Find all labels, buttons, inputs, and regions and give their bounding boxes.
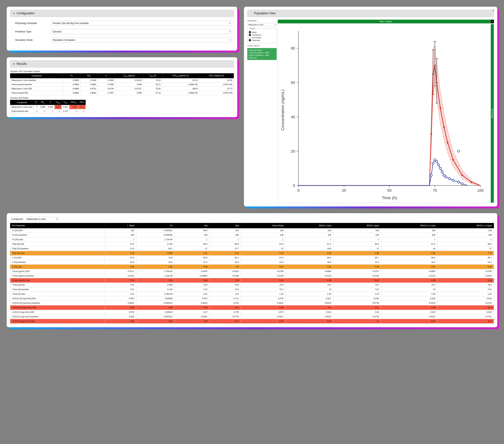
- svg-point-53: [452, 179, 454, 181]
- table-header[interactable]: Geom Mean: [241, 223, 286, 228]
- table-header[interactable]: Max: [210, 223, 241, 228]
- table-row: FDp [%]-baseline31.958.12237.73126.83726…: [10, 247, 494, 251]
- pk-compound-select[interactable]: Midazolam in vitro ▲▼: [25, 217, 59, 221]
- calc-outputs-table: CompoundFaFDpFCMax (µg/mL)TMax (h)AUCinf…: [10, 73, 234, 95]
- svg-text:40: 40: [291, 115, 295, 119]
- table-header: FDp: [39, 100, 47, 105]
- table-header[interactable]: CV: [136, 223, 175, 228]
- svg-text:100: 100: [477, 188, 484, 193]
- table-header: AUCt ((ng/mL)·h): [199, 73, 234, 78]
- table-row: Fa [%]-DDI1000.00040199.9100100100100100…: [10, 228, 494, 233]
- svg-point-44: [432, 162, 434, 164]
- config-select[interactable]: Female 23yo 68.5kg Fed schedule ▲▼: [51, 21, 232, 26]
- table-row: Tmax [h]-DDI75.80.59874.976.875.875.376.…: [10, 283, 494, 287]
- table-header[interactable]: Mean: [105, 223, 136, 228]
- svg-text:75: 75: [433, 188, 437, 193]
- table-header: AUCt: [78, 100, 86, 105]
- results-calc-subtitle: Dynamic DDI Calculated Outputs: [10, 70, 234, 72]
- svg-text:Time (h): Time (h): [382, 195, 397, 200]
- table-header: TMax: [61, 100, 69, 105]
- table-header[interactable]: 90%CI Lower: [286, 223, 333, 228]
- pk-compound-label: Compound: [11, 218, 23, 220]
- plot-settings-tab[interactable]: Plot Settings: [491, 24, 494, 203]
- table-row: Midazolam in vitro-DDI 0.9998 0.9781 0.8…: [10, 87, 234, 91]
- table-row: Midazolam in vitro-ratio 1 3.068 4.391 5…: [10, 105, 86, 109]
- plots-graphs-tab[interactable]: Plots / Graphs +: [278, 20, 494, 23]
- svg-point-48: [439, 167, 442, 169]
- checkbox-label: Confidence: [252, 34, 261, 36]
- select-arrows-icon: ▲▼: [56, 218, 58, 220]
- table-row: F [%]-DDI87.53.2685.890.187.586.388.786.…: [10, 255, 494, 260]
- table-row: FDp [%]-DDI97.80.75296.598.597.897.298.4…: [10, 242, 494, 247]
- checkbox-label: Observed: [252, 39, 260, 41]
- svg-point-43: [430, 174, 432, 176]
- table-header: Compound: [10, 100, 34, 105]
- config-label: Simulation Mode: [15, 39, 49, 41]
- table-header: CMax: [54, 100, 62, 105]
- table-row: Cmax [ug/mL]-baseline0.01411.24e-050.009…: [10, 274, 494, 278]
- table-row: Midazolam in vitro-baseline 0.9999 0.318…: [10, 78, 234, 83]
- svg-point-47: [437, 164, 440, 166]
- config-row: Simulation Mode Population Simulation ▲▼: [15, 37, 232, 42]
- pk-parameters-panel: Compound Midazolam in vitro ▲▼ PK Parame…: [7, 213, 497, 327]
- table-header[interactable]: 90%CI Ln Lower: [381, 223, 437, 228]
- checkbox-row[interactable]: Mean: [249, 31, 275, 33]
- svg-text:0: 0: [298, 188, 300, 193]
- table-header: FDp: [80, 73, 98, 78]
- results-header[interactable]: ▼ Results: [10, 60, 234, 68]
- table-header[interactable]: Min: [175, 223, 210, 228]
- table-row: AUC(0-inf) [ug·h/mL]-ratio9.584.867.0613…: [10, 305, 494, 310]
- select-arrows-icon: ▲▼: [229, 22, 231, 24]
- svg-text:60: 60: [291, 80, 295, 85]
- svg-point-32: [462, 174, 463, 176]
- checkbox-icon[interactable]: [249, 39, 251, 41]
- svg-point-31: [452, 159, 454, 160]
- table-row: AUC(0-t) [ug·h/mL]-DDI0.5780.006240.470.…: [10, 310, 494, 315]
- table-row: Fa [%]-ratio11.73e-091111111: [10, 237, 494, 242]
- checkbox-row[interactable]: Percentiles: [249, 36, 275, 39]
- config-select[interactable]: Dynamic ▲▼: [51, 29, 232, 34]
- configuration-header[interactable]: ▼ Configuration: [10, 10, 234, 17]
- add-plot-icon[interactable]: +: [491, 20, 494, 23]
- table-header: F: [98, 73, 115, 78]
- table-header: TMax (h): [143, 73, 162, 78]
- checkbox-icon[interactable]: [249, 34, 251, 36]
- table-row: Ketoconazole-ratio 1 1 1 1 1.217 1 1: [10, 109, 86, 113]
- table-row: Ketoconazole-baseline 0.8996 0.8881 0.78…: [10, 83, 234, 87]
- table-row: Tmax [h]-ratio1.023.39e-051.011.031.021.…: [10, 292, 494, 296]
- svg-point-28: [440, 107, 441, 109]
- caret-down-icon: ▼: [13, 63, 15, 65]
- ddi-ratios-table: CompoundFaFDpFCMaxTMaxAUCinfAUCt Midazol…: [10, 100, 86, 113]
- checkbox-label: Percentiles: [252, 37, 261, 39]
- checkbox-icon[interactable]: [249, 36, 251, 39]
- svg-point-49: [441, 171, 443, 173]
- population-view-panel: Population View ⎋ Compound Midazolam in …: [244, 7, 497, 206]
- svg-text:25: 25: [342, 188, 346, 193]
- caret-down-icon: ▼: [13, 12, 15, 15]
- checkbox-row[interactable]: Confidence: [249, 34, 275, 36]
- svg-point-24: [431, 133, 432, 135]
- table-header[interactable]: 90%CI Ln Upper: [437, 223, 494, 228]
- table-header[interactable]: 90%CI Upper: [333, 223, 381, 228]
- export-icon[interactable]: ⎋: [493, 9, 494, 12]
- svg-point-54: [457, 181, 460, 183]
- checkbox-label: Mean: [252, 31, 257, 33]
- compound-select[interactable]: Midazolam in vitro ▲▼: [247, 23, 277, 26]
- svg-text:50: 50: [387, 188, 392, 193]
- table-header[interactable]: PK Parameter: [10, 223, 105, 228]
- table-row: Tmax [h]-baseline74.30.14373.874.874.374…: [10, 287, 494, 292]
- checkbox-row[interactable]: Observed: [249, 39, 275, 41]
- population-view-header: Population View: [247, 10, 494, 17]
- table-row: Cmax [ug/mL]-ratio5.241.343.897.295.144.…: [10, 278, 494, 283]
- concentration-time-chart: 0 20 40 60 80 0 25 50 75 100 Time (h) Co…: [278, 24, 491, 203]
- select-arrows-icon: ▲▼: [229, 31, 231, 33]
- config-select[interactable]: Population Simulation ▲▼: [51, 37, 232, 42]
- population-view-title: Population View: [254, 12, 275, 15]
- compound-label: Compound: [247, 20, 277, 22]
- svg-point-30: [447, 142, 449, 143]
- profile-statistics-label: Profile statistics: [247, 45, 277, 47]
- svg-point-45: [434, 159, 436, 161]
- configuration-title: Configuration: [17, 12, 35, 15]
- checkbox-icon[interactable]: [249, 31, 251, 33]
- table-header: Fa: [34, 100, 39, 105]
